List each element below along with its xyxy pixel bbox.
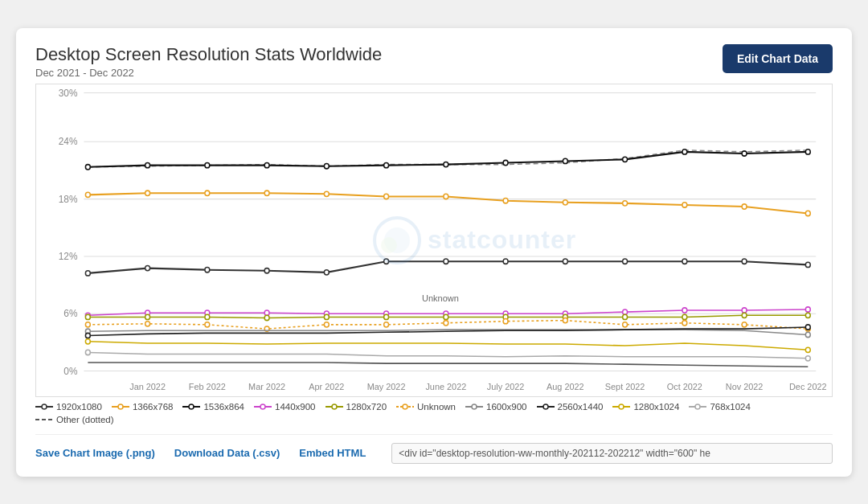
svg-point-84 [384,314,389,319]
legend-item-2560x1440: 2560x1440 [537,402,604,412]
svg-point-64 [742,150,747,155]
svg-point-112 [805,355,810,360]
svg-point-36 [623,259,628,264]
svg-point-89 [682,314,687,319]
svg-point-80 [145,314,150,319]
svg-point-83 [324,314,329,319]
save-image-link[interactable]: Save Chart Image (.png) [35,447,174,459]
svg-point-58 [384,162,389,167]
svg-point-85 [444,314,448,319]
legend-item-1280x1024: 1280x1024 [612,402,679,412]
embed-code-input[interactable] [391,443,833,464]
svg-point-34 [503,259,508,264]
embed-html-link[interactable]: Embed HTML [299,447,385,459]
svg-point-69 [264,310,269,315]
svg-point-128 [543,404,548,409]
download-data-link[interactable]: Download Data (.csv) [174,447,299,459]
svg-text:Feb 2022: Feb 2022 [189,381,226,391]
svg-point-32 [384,259,389,264]
svg-point-42 [205,191,210,195]
svg-point-98 [444,320,448,325]
svg-point-53 [85,164,90,169]
legend-item-unknown: Unknown [396,402,456,412]
svg-text:6%: 6% [63,308,77,319]
legend-item-1536x864: 1536x864 [182,402,244,412]
svg-point-45 [384,194,389,199]
svg-point-33 [444,259,448,264]
legend-item-1920x1080: 1920x1080 [35,402,102,412]
edit-chart-button[interactable]: Edit Chart Data [723,44,833,73]
svg-text:18%: 18% [59,193,78,204]
svg-point-47 [503,198,508,203]
svg-point-30 [264,268,269,272]
svg-point-44 [324,191,329,196]
svg-point-122 [332,404,337,409]
svg-text:30%: 30% [59,87,78,98]
svg-point-100 [563,318,567,322]
svg-point-81 [205,314,210,319]
svg-point-93 [145,321,150,326]
svg-point-90 [742,313,747,318]
svg-point-118 [189,404,194,409]
line-1600x900 [88,330,808,334]
svg-point-43 [264,191,269,195]
svg-point-78 [805,306,810,311]
svg-point-50 [682,202,687,207]
svg-point-79 [85,314,90,319]
svg-point-92 [85,322,90,326]
svg-point-55 [205,162,210,167]
svg-point-38 [742,259,747,264]
line-1280x1024 [88,341,808,349]
title-block: Desktop Screen Resolution Stats Worldwid… [35,44,382,79]
svg-text:Jan 2022: Jan 2022 [129,381,166,391]
svg-point-27 [85,270,90,275]
svg-point-97 [384,322,389,326]
chart-title: Desktop Screen Resolution Stats Worldwid… [35,44,382,65]
svg-point-110 [805,347,810,352]
svg-text:May 2022: May 2022 [367,381,406,391]
svg-point-130 [619,404,624,409]
svg-point-106 [805,332,810,337]
svg-point-59 [444,162,448,166]
svg-point-108 [805,324,810,329]
svg-text:Oct 2022: Oct 2022 [667,381,702,391]
svg-point-91 [805,313,810,318]
chart-subtitle: Dec 2021 - Dec 2022 [35,67,382,79]
svg-point-82 [264,315,269,320]
svg-text:Nov 2022: Nov 2022 [726,381,764,391]
footer-actions: Save Chart Image (.png) Download Data (.… [35,434,833,464]
svg-text:12%: 12% [59,250,78,261]
legend-item-1280x720: 1280x720 [326,402,387,412]
legend-item-768x1024: 768x1024 [689,402,751,412]
svg-point-41 [145,191,150,195]
svg-point-76 [682,307,687,312]
svg-point-35 [563,259,567,264]
svg-point-75 [623,309,628,313]
chart-header: Desktop Screen Resolution Stats Worldwid… [35,44,833,79]
svg-point-111 [85,350,90,354]
main-card: Desktop Screen Resolution Stats Worldwid… [16,28,852,477]
chart-legend: 1920x1080 1366x768 1536x864 1440x900 128… [35,402,833,424]
svg-point-88 [623,314,628,319]
svg-point-101 [623,322,628,326]
svg-point-51 [742,203,747,208]
svg-text:Sept 2022: Sept 2022 [605,381,645,391]
legend-item-1440x900: 1440x900 [254,402,316,412]
svg-point-56 [264,162,269,167]
line-other-low [88,363,808,367]
svg-point-40 [85,192,90,197]
svg-point-28 [145,265,150,270]
svg-point-120 [260,404,265,409]
svg-text:24%: 24% [59,136,78,147]
svg-point-107 [85,333,90,338]
svg-point-63 [682,149,687,154]
svg-text:July 2022: July 2022 [487,381,525,391]
svg-point-37 [682,259,687,264]
svg-point-39 [805,262,810,267]
svg-point-49 [623,200,628,205]
svg-text:Dec 2022: Dec 2022 [789,381,827,391]
svg-point-48 [563,199,567,204]
svg-point-99 [503,318,508,323]
svg-text:0%: 0% [63,365,77,376]
svg-point-94 [205,322,210,326]
